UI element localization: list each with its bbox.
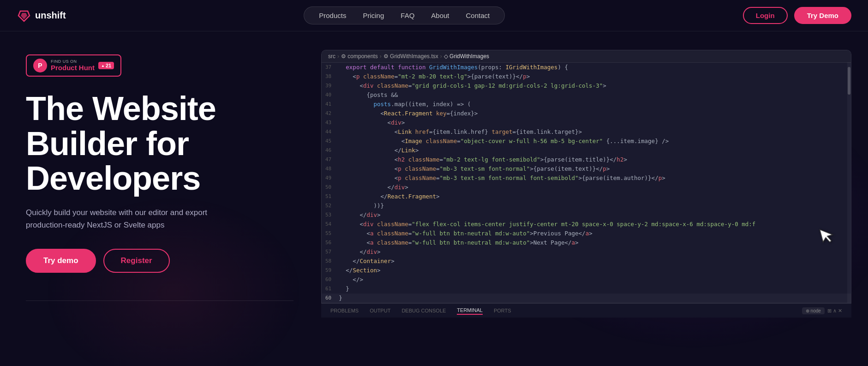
nav-right: Login Try Demo xyxy=(743,7,851,24)
hero-left: P FIND US ON Product Hunt ▲ 21 The Websi… xyxy=(26,50,303,301)
terminal-problems-tab[interactable]: PROBLEMS xyxy=(330,307,359,314)
login-button[interactable]: Login xyxy=(743,7,788,24)
terminal-bar: PROBLEMS OUTPUT DEBUG CONSOLE TERMINAL P… xyxy=(321,303,851,318)
code-line: 38 <p className="mt-2 mb-20 text-lg">{pa… xyxy=(322,72,851,81)
code-editor: src › ⚙ components › ⚙ GridWithImages.ts… xyxy=(321,50,851,318)
nav-faq[interactable]: FAQ xyxy=(393,10,422,21)
hero-divider xyxy=(26,300,293,301)
code-line: 46 </Link> xyxy=(322,146,851,155)
logo-icon xyxy=(17,8,31,23)
navbar: unshift Products Pricing FAQ About Conta… xyxy=(0,0,868,31)
terminal-output-tab[interactable]: OUTPUT xyxy=(370,307,390,314)
code-line: 55 <a className="w-full btn btn-neutral … xyxy=(322,229,851,238)
node-label: ⊕ node xyxy=(802,307,825,314)
code-line: 39 <div className="grid grid-cols-1 gap-… xyxy=(322,81,851,90)
code-line: 40 {posts && xyxy=(322,90,851,100)
code-line: 58 </Container> xyxy=(322,257,851,266)
product-hunt-name: Product Hunt xyxy=(51,64,95,72)
code-line: 60 } xyxy=(322,294,851,303)
code-line: 43 <div> xyxy=(322,118,851,127)
breadcrumb-components: ⚙ components xyxy=(341,53,378,60)
product-hunt-count: ▲ 21 xyxy=(98,62,114,69)
code-line: 51 </React.Fragment> xyxy=(322,192,851,201)
code-line: 59 </Section> xyxy=(322,266,851,275)
code-line: 57 </div> xyxy=(322,247,851,257)
terminal-terminal-tab[interactable]: TERMINAL xyxy=(457,306,483,315)
upvote-arrow-icon: ▲ xyxy=(101,64,105,68)
editor-window: src › ⚙ components › ⚙ GridWithImages.ts… xyxy=(321,50,851,303)
hero-subtitle: Quickly build your website with our edit… xyxy=(26,206,257,231)
code-line: 49 <p className="mb-3 text-sm font-norma… xyxy=(322,174,851,183)
code-line: 47 <h2 className="mb-2 text-lg font-semi… xyxy=(322,155,851,164)
editor-body: 37 export default function GridWithImage… xyxy=(322,63,851,303)
nav-pricing[interactable]: Pricing xyxy=(355,10,391,21)
product-hunt-badge[interactable]: P FIND US ON Product Hunt ▲ 21 xyxy=(26,54,121,77)
nav-about[interactable]: About xyxy=(424,10,456,21)
register-button[interactable]: Register xyxy=(103,249,170,273)
code-line: 61 } xyxy=(322,284,851,294)
product-hunt-text: FIND US ON Product Hunt xyxy=(51,60,95,72)
scrollbar-thumb xyxy=(848,67,850,95)
breadcrumb-component: ◇ GridWithImages xyxy=(444,53,489,60)
logo[interactable]: unshift xyxy=(17,8,66,23)
code-line: 37 export default function GridWithImage… xyxy=(322,63,851,72)
code-line: 48 <p className="mb-3 text-sm font-norma… xyxy=(322,164,851,174)
nav-contact[interactable]: Contact xyxy=(459,10,497,21)
try-demo-hero-button[interactable]: Try demo xyxy=(26,249,96,273)
editor-breadcrumb: src › ⚙ components › ⚙ GridWithImages.ts… xyxy=(322,50,851,63)
code-line: 54 <div className="flex flex-col items-c… xyxy=(322,220,851,229)
logo-text: unshift xyxy=(35,10,66,21)
code-line: 50 </div> xyxy=(322,183,851,192)
cta-buttons: Try demo Register xyxy=(26,249,303,273)
terminal-ports-tab[interactable]: PORTS xyxy=(494,307,511,314)
hero-title: The Website Builder for Developers xyxy=(26,91,303,196)
breadcrumb-src: src xyxy=(328,53,335,60)
nav-links: Products Pricing FAQ About Contact xyxy=(304,6,505,24)
try-demo-nav-button[interactable]: Try Demo xyxy=(794,7,851,24)
editor-scrollbar[interactable] xyxy=(847,62,851,303)
code-line: 53 </div> xyxy=(322,210,851,220)
code-line: 41 posts.map((item, index) => ( xyxy=(322,100,851,109)
terminal-right: ⊕ node ⊞ ∧ ✕ xyxy=(802,307,842,314)
breadcrumb-file: ⚙ GridWithImages.tsx xyxy=(383,53,438,60)
code-line: 52 ))} xyxy=(322,201,851,210)
code-line: 60 </> xyxy=(322,275,851,284)
terminal-icons: ⊞ ∧ ✕ xyxy=(827,308,842,314)
product-hunt-icon: P xyxy=(33,59,47,72)
nav-products[interactable]: Products xyxy=(311,10,353,21)
code-line: 42 <React.Fragment key={index}> xyxy=(322,109,851,118)
code-line: 56 <a className="w-full btn btn-neutral … xyxy=(322,238,851,247)
code-line: 45 <Image className="object-cover w-full… xyxy=(322,137,851,146)
terminal-debug-tab[interactable]: DEBUG CONSOLE xyxy=(401,307,446,314)
code-line: 44 <Link href={item.link.href} target={i… xyxy=(322,127,851,137)
